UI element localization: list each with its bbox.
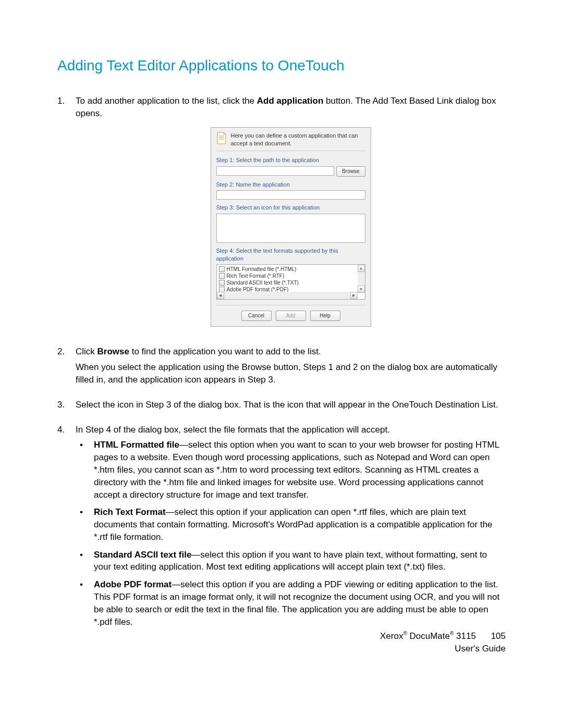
format-item-rtf[interactable]: Rich Text Format (*.RTF) xyxy=(219,273,363,279)
step-2-line2: When you select the application using th… xyxy=(76,361,506,386)
model-number: 3115 xyxy=(454,631,476,641)
product-line: Xerox® DocuMate® 3115 105 xyxy=(380,630,506,643)
format-label: HTML Formatted file (*.HTML) xyxy=(227,266,297,273)
step1-label: Step 1: Select the path to the applicati… xyxy=(216,156,365,164)
cancel-button[interactable]: Cancel xyxy=(241,311,272,321)
page-number: 105 xyxy=(491,630,506,643)
step-number: 2. xyxy=(57,346,76,389)
format-item-html[interactable]: HTML Formatted file (*.HTML) xyxy=(219,266,363,273)
bullet-icon: • xyxy=(76,578,94,628)
bullet-title: Standard ASCII text file xyxy=(94,550,191,560)
step2-label: Step 2: Name the application xyxy=(216,181,365,189)
step-number: 3. xyxy=(57,399,76,414)
checkbox[interactable] xyxy=(219,266,225,272)
step4-label: Step 4: Select the text formats supporte… xyxy=(216,247,365,263)
browse-button[interactable]: Browse xyxy=(336,166,365,177)
step-3-text: Select the icon in Step 3 of the dialog … xyxy=(76,399,506,411)
text-fragment: Click xyxy=(76,347,97,356)
scroll-up-icon[interactable]: ▲ xyxy=(358,265,365,272)
bullet-title: HTML Formatted file xyxy=(94,440,179,450)
bold-label: Add application xyxy=(257,96,324,106)
horizontal-scrollbar[interactable]: ◀ ▶ xyxy=(217,292,358,299)
bullet-html: • HTML Formatted file—select this option… xyxy=(76,439,506,501)
step-number: 4. xyxy=(57,424,76,634)
brand-documate: DocuMate xyxy=(407,631,450,641)
dialog-description: Here you can define a custom application… xyxy=(231,132,365,148)
bullet-title: Adobe PDF format xyxy=(94,579,172,589)
page-footer: Xerox® DocuMate® 3115 105 User's Guide xyxy=(380,630,506,655)
format-item-txt[interactable]: Standard ASCII text file (*.TXT) xyxy=(219,279,363,286)
checkbox[interactable] xyxy=(219,280,225,286)
page-heading: Adding Text Editor Applications to OneTo… xyxy=(57,57,506,74)
vertical-scrollbar[interactable]: ▲ ▼ xyxy=(358,265,365,293)
step3-label: Step 3: Select an icon for this applicat… xyxy=(216,204,365,212)
step-2-line1: Click Browse to find the application you… xyxy=(76,346,506,358)
step-3: 3. Select the icon in Step 3 of the dial… xyxy=(57,399,506,414)
bullet-title: Rich Text Format xyxy=(94,507,166,517)
add-text-link-dialog: Here you can define a custom application… xyxy=(211,127,371,327)
brand-xerox: Xerox xyxy=(380,631,403,641)
format-label: Standard ASCII text file (*.TXT) xyxy=(227,279,299,287)
document-app-icon xyxy=(216,132,227,144)
text-fragment: To add another application to the list, … xyxy=(76,96,257,106)
icon-select-box[interactable] xyxy=(216,214,365,243)
scroll-left-icon[interactable]: ◀ xyxy=(217,292,224,299)
bullet-icon: • xyxy=(76,439,94,501)
text-fragment: to find the application you want to add … xyxy=(129,347,321,356)
format-label: Rich Text Format (*.RTF) xyxy=(227,273,285,280)
guide-label: User's Guide xyxy=(380,643,506,655)
help-button[interactable]: Help xyxy=(310,311,340,321)
checkbox[interactable] xyxy=(219,273,225,279)
step-number: 1. xyxy=(57,95,76,336)
step-4-text: In Step 4 of the dialog box, select the … xyxy=(76,424,506,436)
step-1-text: To add another application to the list, … xyxy=(76,95,506,120)
step-4: 4. In Step 4 of the dialog box, select t… xyxy=(57,424,506,634)
step-2: 2. Click Browse to find the application … xyxy=(57,346,506,389)
name-input[interactable] xyxy=(216,190,365,200)
instructions-list: 1. To add another application to the lis… xyxy=(57,95,506,633)
bullet-txt: • Standard ASCII text file—select this o… xyxy=(76,549,506,574)
format-list-box: HTML Formatted file (*.HTML) Rich Text F… xyxy=(216,264,365,300)
bold-label: Browse xyxy=(97,347,129,356)
format-bullets: • HTML Formatted file—select this option… xyxy=(76,439,506,628)
bullet-icon: • xyxy=(76,549,94,574)
add-button[interactable]: Add xyxy=(276,311,306,321)
reg-mark: ® xyxy=(403,631,407,637)
path-input[interactable] xyxy=(216,166,335,176)
bullet-icon: • xyxy=(76,506,94,543)
bullet-pdf: • Adobe PDF format—select this option if… xyxy=(76,578,506,628)
step-1: 1. To add another application to the lis… xyxy=(57,95,506,336)
scroll-right-icon[interactable]: ▶ xyxy=(350,292,358,299)
bullet-rtf: • Rich Text Format—select this option if… xyxy=(76,506,506,543)
scroll-down-icon[interactable]: ▼ xyxy=(358,286,365,293)
